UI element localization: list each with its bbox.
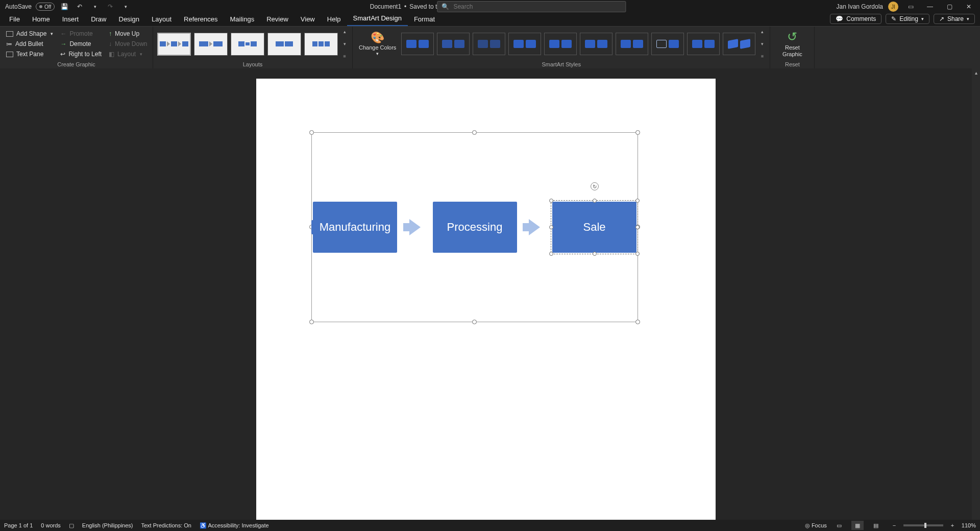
tab-help[interactable]: Help [321, 13, 347, 26]
undo-dropdown-icon[interactable]: ▾ [89, 1, 101, 12]
selection-handle[interactable] [635, 130, 640, 135]
gallery-more-icon[interactable]: ≡ [758, 53, 766, 59]
word-count[interactable]: 0 words [41, 522, 61, 528]
shape-handle[interactable] [593, 252, 597, 256]
tab-insert[interactable]: Insert [56, 13, 85, 26]
focus-mode-button[interactable]: ◎ Focus [805, 522, 827, 529]
document-area[interactable]: ◂ Manufacturing Processing Sale ↻ [0, 68, 972, 520]
tab-mailings[interactable]: Mailings [224, 13, 261, 26]
style-option-9[interactable] [687, 33, 720, 55]
style-option-3[interactable] [473, 33, 505, 55]
comments-button[interactable]: 💬Comments [830, 14, 881, 24]
zoom-out-icon[interactable]: − [888, 521, 900, 530]
smartart-node-1[interactable]: Manufacturing [313, 202, 397, 253]
avatar[interactable]: JI [888, 2, 898, 12]
tab-view[interactable]: View [295, 13, 321, 26]
text-predictions[interactable]: Text Predictions: On [141, 522, 191, 528]
selection-handle[interactable] [472, 130, 477, 135]
language-indicator[interactable]: English (Philippines) [82, 522, 133, 528]
style-option-2[interactable] [437, 33, 470, 55]
flow-arrow-icon[interactable] [529, 219, 540, 235]
style-option-7[interactable] [616, 33, 648, 55]
style-option-1[interactable] [401, 33, 434, 55]
flow-arrow-icon[interactable] [409, 219, 421, 235]
share-button[interactable]: ↗Share▾ [934, 14, 975, 24]
zoom-slider[interactable] [903, 524, 943, 526]
spellcheck-icon[interactable]: ▢ [69, 522, 74, 529]
selection-handle[interactable] [309, 320, 314, 324]
gallery-down-icon[interactable]: ▾ [758, 41, 766, 47]
tab-layout[interactable]: Layout [145, 13, 178, 26]
change-colors-button[interactable]: 🎨 Change Colors ▾ [357, 31, 398, 57]
search-input[interactable] [453, 3, 621, 10]
layout-option-5[interactable] [304, 33, 338, 56]
read-mode-icon[interactable]: ▭ [833, 521, 845, 530]
page[interactable]: ◂ Manufacturing Processing Sale ↻ [256, 79, 716, 520]
smartart-graphic[interactable]: ◂ Manufacturing Processing Sale ↻ [311, 132, 638, 322]
gallery-more-icon[interactable]: ≡ [341, 53, 348, 59]
move-up-button[interactable]: ↑Move Up [107, 29, 149, 38]
print-layout-icon[interactable]: ▦ [851, 521, 864, 530]
layout-option-3[interactable] [231, 33, 264, 56]
selection-handle[interactable] [472, 320, 477, 324]
node3-text[interactable]: Sale [583, 221, 605, 234]
smartart-node-2[interactable]: Processing [433, 202, 517, 253]
shape-handle[interactable] [635, 199, 640, 203]
text-pane-button[interactable]: Text Pane [4, 50, 55, 59]
layout-option-1[interactable] [157, 33, 191, 56]
style-option-8[interactable] [651, 33, 684, 55]
page-indicator[interactable]: Page 1 of 1 [4, 522, 33, 528]
selection-handle[interactable] [635, 320, 640, 324]
shape-handle[interactable] [549, 225, 553, 229]
tab-home[interactable]: Home [26, 13, 56, 26]
accessibility-checker[interactable]: ♿ Accessibility: Investigate [200, 522, 269, 529]
search-box[interactable]: 🔍 [437, 1, 626, 12]
selection-handle[interactable] [309, 130, 314, 135]
layout-button[interactable]: ◧Layout▾ [107, 50, 149, 59]
vertical-scrollbar[interactable]: ▴ [972, 68, 980, 520]
gallery-up-icon[interactable]: ▴ [758, 29, 766, 35]
scroll-up-icon[interactable]: ▴ [972, 68, 980, 77]
ribbon-display-options-icon[interactable]: ▭ [903, 1, 918, 12]
gallery-up-icon[interactable]: ▴ [341, 29, 348, 35]
reset-graphic-button[interactable]: ↺ Reset Graphic [774, 30, 810, 58]
layout-option-2[interactable] [194, 33, 228, 56]
move-down-button[interactable]: ↓Move Down [107, 39, 149, 49]
qat-customize-icon[interactable]: ▾ [120, 1, 131, 12]
demote-button[interactable]: →Demote [58, 39, 104, 49]
zoom-level[interactable]: 110% [962, 522, 976, 528]
tab-smartart-design[interactable]: SmartArt Design [347, 12, 408, 26]
add-shape-button[interactable]: Add Shape▾ [4, 29, 55, 38]
chevron-down-icon[interactable]: ▾ [51, 31, 53, 36]
editing-mode-button[interactable]: ✎Editing▾ [886, 14, 929, 24]
close-icon[interactable]: ✕ [962, 1, 976, 12]
right-to-left-button[interactable]: ↩Right to Left [58, 50, 104, 59]
zoom-in-icon[interactable]: + [946, 521, 959, 530]
shape-handle[interactable] [549, 252, 553, 256]
shape-handle[interactable] [635, 252, 640, 256]
shape-handle[interactable] [635, 225, 640, 229]
gallery-down-icon[interactable]: ▾ [341, 41, 348, 47]
maximize-icon[interactable]: ▢ [942, 1, 957, 12]
tab-draw[interactable]: Draw [85, 13, 112, 26]
zoom-slider-knob[interactable] [924, 523, 926, 528]
style-option-5[interactable] [544, 33, 577, 55]
save-icon[interactable]: 💾 [59, 1, 70, 12]
tab-review[interactable]: Review [260, 13, 295, 26]
rotate-handle-icon[interactable]: ↻ [591, 182, 599, 190]
style-option-10[interactable] [723, 33, 755, 55]
tab-format[interactable]: Format [408, 13, 441, 26]
shape-handle[interactable] [593, 199, 597, 203]
redo-icon[interactable]: ↷ [105, 1, 116, 12]
add-bullet-button[interactable]: ≔Add Bullet [4, 39, 55, 49]
smartart-node-3[interactable]: Sale ↻ [552, 202, 636, 253]
autosave-toggle[interactable]: Off [36, 3, 55, 11]
promote-button[interactable]: ←Promote [58, 29, 104, 38]
style-option-4[interactable] [508, 33, 541, 55]
style-option-6[interactable] [580, 33, 612, 55]
minimize-icon[interactable]: — [923, 1, 937, 12]
tab-file[interactable]: File [3, 13, 26, 26]
undo-icon[interactable]: ↶ [74, 1, 85, 12]
shape-handle[interactable] [549, 199, 553, 203]
tab-references[interactable]: References [178, 13, 224, 26]
